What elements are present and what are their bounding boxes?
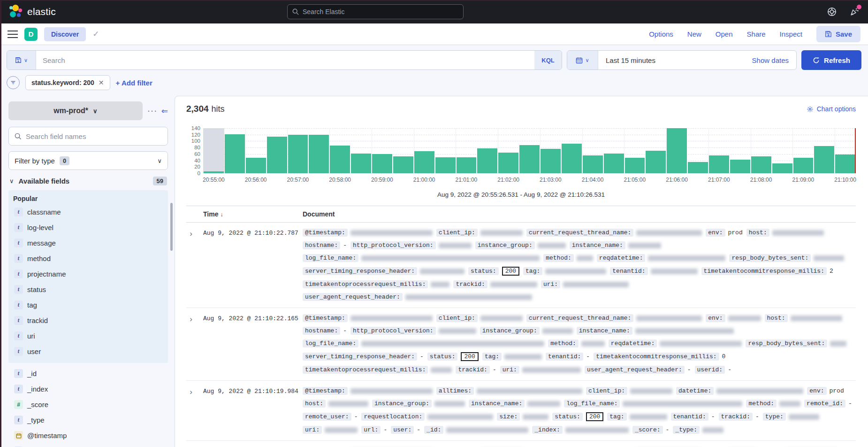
histogram-bar[interactable] <box>393 156 413 173</box>
field-item-message[interactable]: tmessage <box>13 235 163 251</box>
doc-field-@timestamp[interactable]: @timestamp: <box>303 387 433 395</box>
field-item-_type[interactable]: t_type <box>13 412 163 428</box>
global-search-input[interactable]: Search Elastic <box>287 4 464 19</box>
doc-field-hostname[interactable]: hostname:- <box>303 327 347 335</box>
histogram-bar[interactable] <box>562 144 582 173</box>
doc-field-_score[interactable]: _score:- <box>632 426 669 434</box>
doc-field-method[interactable]: method: <box>746 400 800 408</box>
doc-field-resp_body_bytes_sent[interactable]: resp_body_bytes_sent: <box>729 254 844 262</box>
doc-field-tenantid[interactable]: tenantid:- <box>671 413 715 421</box>
histogram-bar[interactable] <box>435 157 456 173</box>
doc-field-@timestamp[interactable]: @timestamp: <box>303 314 433 322</box>
doc-field-reqdatetime[interactable]: reqdatetime: <box>609 339 742 347</box>
doc-field-timetakentocommitresponse_millis[interactable]: timetakentocommitresponse_millis:0 <box>594 353 725 361</box>
doc-field-log_file_name[interactable]: log_file_name: <box>303 254 540 262</box>
time-range-value[interactable]: Last 15 minutes <box>598 56 752 64</box>
doc-field-timetakentocommitresponse_millis[interactable]: timetakentocommitresponse_millis:2 <box>701 267 833 275</box>
doc-field-host[interactable]: host: <box>746 229 824 237</box>
field-item-accountid[interactable]: taccountid <box>13 443 163 447</box>
doc-field-remote_user[interactable]: remote_user:- <box>303 413 358 421</box>
doc-field-tag[interactable]: tag: <box>607 413 667 421</box>
doc-field-status[interactable]: status:200 <box>427 352 479 361</box>
doc-field-size[interactable]: size: <box>497 413 548 421</box>
filter-by-type-button[interactable]: Filter by type 0 ∨ <box>8 151 168 170</box>
doc-field-timetakentoprocessrequest_millis[interactable]: timetakentoprocessrequest_millis: <box>303 366 452 374</box>
doc-field-resp_body_bytes_sent[interactable]: resp_body_bytes_sent: <box>746 339 846 347</box>
share-button[interactable]: Share <box>747 30 766 38</box>
field-item-_id[interactable]: t_id <box>13 366 163 381</box>
doc-field-_index[interactable]: _index: <box>532 426 629 434</box>
doc-field-current_request_thread_name[interactable]: current_request_thread_name: <box>526 314 702 322</box>
menu-icon[interactable] <box>8 31 18 38</box>
doc-field-@timestamp[interactable]: @timestamp: <box>303 229 433 237</box>
doc-field-_id[interactable]: _id: <box>424 426 528 434</box>
new-button[interactable]: New <box>687 30 701 38</box>
sidebar-scrollbar[interactable] <box>170 203 173 251</box>
doc-field-requestlocation[interactable]: requestlocation: <box>361 413 493 421</box>
expand-row-icon[interactable]: › <box>186 229 196 301</box>
chart-options-button[interactable]: Chart options <box>807 105 856 113</box>
doc-field-user_agent_request_header[interactable]: user_agent_request_header: <box>303 293 532 301</box>
doc-field-trackid[interactable]: trackid:- <box>719 413 759 421</box>
show-dates-button[interactable]: Show dates <box>752 56 796 64</box>
doc-field-log_file_name[interactable]: log_file_name: <box>303 339 544 347</box>
open-button[interactable]: Open <box>716 30 733 38</box>
doc-field-client_ip[interactable]: client_ip: <box>586 387 672 395</box>
expand-row-icon[interactable]: › <box>186 314 196 374</box>
doc-field-trackid[interactable]: trackid: <box>453 280 537 288</box>
histogram-bar[interactable] <box>835 154 855 173</box>
doc-field-client_ip[interactable]: client_ip: <box>436 229 523 237</box>
doc-field-hostname[interactable]: hostname:- <box>303 241 347 249</box>
doc-field-datetime[interactable]: datetime: <box>676 387 803 395</box>
doc-field-current_request_thread_name[interactable]: current_request_thread_name: <box>526 229 702 237</box>
histogram-plot[interactable] <box>203 128 856 173</box>
save-button[interactable]: Save <box>816 26 860 42</box>
field-item-status[interactable]: tstatus <box>13 282 163 297</box>
histogram-bar[interactable] <box>772 163 792 173</box>
histogram-bar[interactable] <box>604 154 624 174</box>
field-item-trackid[interactable]: ttrackid <box>13 313 163 328</box>
filter-pill-status-200[interactable]: status.keyword: 200 ✕ <box>25 75 110 90</box>
saved-query-menu-button[interactable]: ∨ <box>7 51 36 69</box>
doc-field-method[interactable]: method: <box>543 254 593 262</box>
doc-field-user_agent_request_header[interactable]: user_agent_request_header:- <box>585 366 691 374</box>
field-item-user[interactable]: tuser <box>13 344 163 359</box>
breadcrumb[interactable]: Discover <box>44 27 86 41</box>
doc-field-url[interactable]: url:- <box>361 426 387 434</box>
date-quick-menu-button[interactable]: ∨ <box>567 51 598 69</box>
field-item-projectname[interactable]: tprojectname <box>13 266 163 282</box>
discover-app-badge[interactable]: D <box>24 28 38 41</box>
available-fields-accordion[interactable]: ∨ Available fields 59 <box>8 177 168 185</box>
doc-field-env[interactable]: env:prod <box>706 229 742 237</box>
doc-field-tenantid[interactable]: tenantid:- <box>546 353 590 361</box>
doc-field-instance_name[interactable]: instance_name: <box>570 241 661 249</box>
options-button[interactable]: Options <box>649 30 673 38</box>
remove-filter-icon[interactable]: ✕ <box>99 79 104 86</box>
histogram-bar[interactable] <box>225 134 245 173</box>
doc-field-http_protocol_version[interactable]: http_protocol_version: <box>350 241 472 249</box>
doc-field-tenantid[interactable]: tenantid: <box>610 267 697 275</box>
histogram-bar[interactable] <box>246 158 266 173</box>
field-item-uri[interactable]: turi <box>13 328 163 344</box>
doc-field-uri[interactable]: uri: <box>500 366 581 374</box>
histogram-bar[interactable] <box>583 155 603 173</box>
doc-field-method[interactable]: method: <box>548 339 605 347</box>
field-item-@timestamp[interactable]: @timestamp <box>13 428 163 443</box>
doc-field-remote_id[interactable]: remote_id:- <box>804 400 852 408</box>
doc-field-server_timing_response_header[interactable]: server_timing_response_header:- <box>303 353 424 361</box>
kql-language-button[interactable]: KQL <box>534 51 562 69</box>
doc-field-env[interactable]: env: <box>706 314 761 322</box>
time-column-header[interactable]: Time↓ <box>203 210 303 218</box>
field-item-tag[interactable]: ttag <box>13 297 163 313</box>
doc-field-type[interactable]: type: <box>763 413 819 421</box>
histogram-bar[interactable] <box>625 158 645 173</box>
field-options-icon[interactable]: ▪ ▪ ▪ <box>148 109 157 113</box>
field-item-_score[interactable]: #_score <box>13 397 163 412</box>
histogram-bar[interactable] <box>541 149 561 173</box>
doc-field-trackid[interactable]: trackid:- <box>456 366 496 374</box>
doc-field-instance_group[interactable]: instance_group: <box>475 241 566 249</box>
field-item-log-level[interactable]: tlog-level <box>13 220 163 235</box>
histogram-bar[interactable] <box>204 171 224 173</box>
field-item-classname[interactable]: tclassname <box>13 204 163 220</box>
histogram-bar[interactable] <box>351 154 371 174</box>
